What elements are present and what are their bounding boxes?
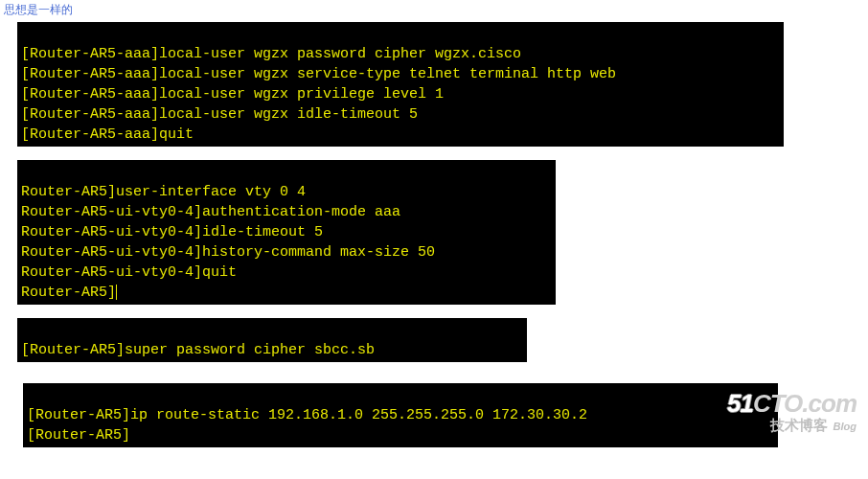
term-line: [Router-AR5] [27,427,130,444]
watermark-blog: Blog [834,421,857,432]
term-line: [Router-AR5-aaa]quit [21,126,194,143]
watermark-cto: CTO [753,389,802,418]
terminal-block-aaa: [Router-AR5-aaa]local-user wgzx password… [17,22,784,147]
cursor-icon [116,285,117,300]
term-line: Router-AR5-ui-vty0-4]history-command max… [21,244,435,261]
terminal-block-route: [Router-AR5]ip route-static 192.168.1.0 … [23,383,778,447]
term-line: [Router-AR5-aaa]local-user wgzx password… [21,46,521,62]
watermark-logo: 51CTO.com [727,391,857,416]
term-line: [Router-AR5-aaa]local-user wgzx service-… [21,66,616,82]
term-line: [Router-AR5-aaa]local-user wgzx privileg… [21,86,444,103]
watermark: 51CTO.com 技术博客Blog [727,391,857,432]
page-header-text: 思想是一样的 [0,0,868,20]
watermark-sub-text: 技术博客 [770,417,828,433]
watermark-51: 51 [727,389,753,418]
watermark-sub: 技术博客Blog [727,418,857,432]
term-line: [Router-AR5-aaa]local-user wgzx idle-tim… [21,106,418,123]
terminal-block-vty: Router-AR5]user-interface vty 0 4 Router… [17,160,556,305]
term-line: Router-AR5] [21,285,116,301]
term-line: [Router-AR5]super password cipher sbcc.s… [21,342,375,358]
term-line: Router-AR5-ui-vty0-4]idle-timeout 5 [21,224,323,240]
term-line: Router-AR5]user-interface vty 0 4 [21,184,306,200]
term-line: Router-AR5-ui-vty0-4]authentication-mode… [21,204,400,220]
watermark-com: .com [802,389,857,418]
term-line: Router-AR5-ui-vty0-4]quit [21,264,237,281]
term-line: [Router-AR5]ip route-static 192.168.1.0 … [27,407,587,423]
terminal-block-super: [Router-AR5]super password cipher sbcc.s… [17,318,527,362]
